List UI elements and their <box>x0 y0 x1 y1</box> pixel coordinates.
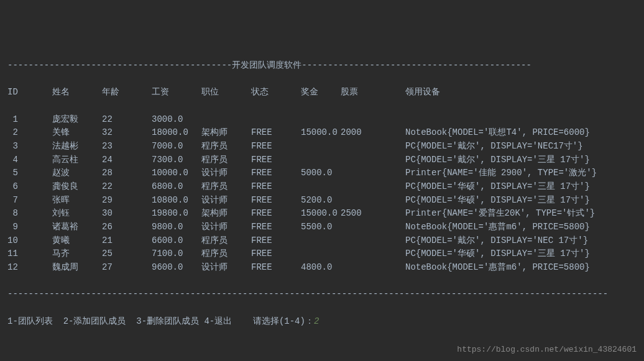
cell-bonus: 5000.0 <box>301 167 341 180</box>
cell-salary: 9600.0 <box>152 261 201 275</box>
table-row: 7张晖2910800.0设计师FREE5200.0PC{MODEL='华硕', … <box>7 194 637 208</box>
table-row: 9诸葛裕269800.0设计师FREE5500.0NoteBook{MODEL=… <box>7 221 637 234</box>
cell-salary: 6800.0 <box>152 180 201 194</box>
cell-equipment: PC{MODEL='戴尔', DISPLAY='NEC 17寸'} <box>405 234 588 248</box>
cell-position: 程序员 <box>201 153 251 167</box>
cell-position: 程序员 <box>201 247 251 261</box>
cell-id: 8 <box>7 207 52 221</box>
cell-name: 张晖 <box>52 194 102 208</box>
cell-id: 6 <box>7 180 52 194</box>
cell-name: 高云柱 <box>52 153 102 167</box>
cell-position: 架构师 <box>201 126 251 140</box>
cell-bonus: 5200.0 <box>301 194 341 208</box>
cell-status: FREE <box>251 207 301 221</box>
cell-bonus: 15000.0 <box>301 207 341 221</box>
table-row: 10黄曦216600.0程序员FREEPC{MODEL='戴尔', DISPLA… <box>7 234 637 248</box>
cell-status: FREE <box>251 180 301 194</box>
cell-equipment: NoteBook{MODEL='联想T4', PRICE=6000} <box>405 126 590 140</box>
cell-name: 刘钰 <box>52 207 102 221</box>
menu-opt-3: 3-删除团队成员 <box>136 316 199 326</box>
cell-name: 庞宏毅 <box>52 113 102 127</box>
cell-position: 设计师 <box>201 221 251 234</box>
header-status: 状态 <box>251 86 301 99</box>
cell-bonus: 5500.0 <box>301 221 341 234</box>
cell-salary: 7100.0 <box>152 247 201 261</box>
table-row: 3法越彬237000.0程序员FREEPC{MODEL='戴尔', DISPLA… <box>7 140 637 153</box>
menu-opt-1: 1-团队列表 <box>7 316 53 326</box>
table-body: 1庞宏毅223000.0 2关锋3218000.0架构师FREE15000.02… <box>7 113 637 275</box>
cell-position: 架构师 <box>201 207 251 221</box>
title-line: ----------------------------------------… <box>7 59 637 73</box>
cell-salary: 18000.0 <box>152 126 201 140</box>
cell-id: 12 <box>7 261 52 275</box>
cell-equipment: PC{MODEL='华硕', DISPLAY='三星 17寸'} <box>405 247 590 261</box>
table-row: 2关锋3218000.0架构师FREE15000.02000NoteBook{M… <box>7 126 637 140</box>
cell-id: 7 <box>7 194 52 208</box>
menu-input[interactable]: 2 <box>314 316 319 326</box>
cell-status: FREE <box>251 261 301 275</box>
table-row: 6龚俊良226800.0程序员FREEPC{MODEL='华硕', DISPLA… <box>7 180 637 194</box>
cell-salary: 10000.0 <box>152 167 201 180</box>
cell-name: 黄曦 <box>52 234 102 248</box>
header-bonus: 奖金 <box>301 86 341 99</box>
cell-status: FREE <box>251 167 301 180</box>
header-salary: 工资 <box>152 86 201 99</box>
cell-age: 21 <box>102 234 152 248</box>
cell-name: 关锋 <box>52 126 102 140</box>
divider-line: ----------------------------------------… <box>7 288 637 301</box>
header-name: 姓名 <box>52 86 102 99</box>
cell-status: FREE <box>251 140 301 153</box>
app-title: 开发团队调度软件 <box>232 60 301 70</box>
cell-bonus: 4800.0 <box>301 261 341 275</box>
header-stock: 股票 <box>341 86 405 99</box>
header-age: 年龄 <box>102 86 152 99</box>
table-header: ID姓名年龄工资职位状态奖金股票领用设备 <box>7 86 637 99</box>
table-row: 8刘钰3019800.0架构师FREE15000.02500Printer{NA… <box>7 207 637 221</box>
cell-salary: 7000.0 <box>152 140 201 153</box>
cell-salary: 19800.0 <box>152 207 201 221</box>
watermark: https://blog.csdn.net/weixin_43824601 <box>457 344 637 356</box>
cell-salary: 9800.0 <box>152 221 201 234</box>
table-row: 1庞宏毅223000.0 <box>7 113 637 127</box>
title-dashes-left: ----------------------------------------… <box>7 60 232 70</box>
cell-position: 设计师 <box>201 261 251 275</box>
cell-salary: 6600.0 <box>152 234 201 248</box>
cell-age: 26 <box>102 221 152 234</box>
cell-status: FREE <box>251 153 301 167</box>
header-id: ID <box>7 86 52 99</box>
cell-equipment: NoteBook{MODEL='惠普m6', PRICE=5800} <box>405 261 590 275</box>
menu-line: 1-团队列表 2-添加团队成员 3-删除团队成员 4-退出 请选择(1-4)：2 <box>7 315 637 329</box>
cell-equipment: PC{MODEL='戴尔', DISPLAY='NEC17寸'} <box>405 140 583 153</box>
cell-status: FREE <box>251 234 301 248</box>
cell-equipment: NoteBook{MODEL='惠普m6', PRICE=5800} <box>405 221 590 234</box>
cell-status: FREE <box>251 126 301 140</box>
cell-status: FREE <box>251 194 301 208</box>
cell-age: 22 <box>102 113 152 127</box>
cell-id: 11 <box>7 247 52 261</box>
cell-name: 马齐 <box>52 247 102 261</box>
table-row: 4高云柱247300.0程序员FREEPC{MODEL='戴尔', DISPLA… <box>7 153 637 167</box>
cell-position: 程序员 <box>201 234 251 248</box>
cell-position: 设计师 <box>201 167 251 180</box>
title-dashes-right: ----------------------------------------… <box>301 60 531 70</box>
cell-equipment: Printer{NAME='爱普生20K', TYPE='针式'} <box>405 207 595 221</box>
cell-equipment: Printer{NAME='佳能 2900', TYPE='激光'} <box>405 167 597 180</box>
cell-id: 9 <box>7 221 52 234</box>
cell-bonus: 15000.0 <box>301 126 341 140</box>
cell-id: 2 <box>7 126 52 140</box>
table-row: 5赵波2810000.0设计师FREE5000.0Printer{NAME='佳… <box>7 167 637 180</box>
cell-name: 魏成周 <box>52 261 102 275</box>
cell-name: 赵波 <box>52 167 102 180</box>
table-row: 11马齐257100.0程序员FREEPC{MODEL='华硕', DISPLA… <box>7 247 637 261</box>
cell-position: 程序员 <box>201 140 251 153</box>
cell-equipment: PC{MODEL='华硕', DISPLAY='三星 17寸'} <box>405 194 590 208</box>
cell-equipment: PC{MODEL='戴尔', DISPLAY='三星 17寸'} <box>405 153 590 167</box>
cell-stock: 2500 <box>341 207 405 221</box>
cell-status: FREE <box>251 221 301 234</box>
menu-prompt: 请选择(1-4)： <box>253 316 314 326</box>
menu-opt-2: 2-添加团队成员 <box>63 316 126 326</box>
cell-age: 28 <box>102 167 152 180</box>
cell-age: 27 <box>102 261 152 275</box>
cell-position: 设计师 <box>201 194 251 208</box>
cell-salary: 7300.0 <box>152 153 201 167</box>
